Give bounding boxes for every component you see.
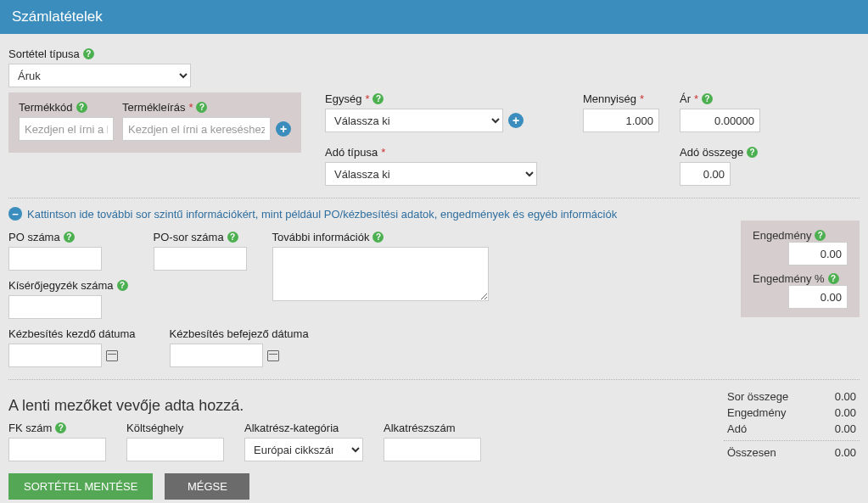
po-line-input[interactable] [154, 247, 247, 271]
grand-total-label: Összesen [727, 446, 776, 459]
price-input[interactable] [680, 109, 760, 132]
product-desc-label: Termékleírás [122, 101, 185, 114]
delivery-end-input[interactable] [170, 344, 263, 367]
tax-amount-label: Adó összege [680, 146, 743, 159]
discount-amount-label: Engedmény [753, 229, 811, 242]
po-line-label: PO-sor száma [154, 231, 224, 243]
line-type-field: Sortétel típusa Áruk [8, 48, 860, 87]
calendar-icon[interactable] [105, 349, 119, 362]
cost-center-input[interactable] [126, 438, 224, 461]
product-desc-input[interactable] [122, 117, 271, 141]
toggle-expand[interactable]: Kattintson ide további sor szintű inform… [8, 207, 860, 221]
help-icon[interactable] [828, 273, 839, 284]
po-number-input[interactable] [8, 247, 102, 271]
part-category-select[interactable]: Európai cikkszám [244, 438, 363, 461]
line-type-label: Sortétel típusa [8, 48, 80, 60]
help-icon[interactable] [55, 422, 66, 433]
qty-label: Mennyiség [583, 92, 636, 105]
totals-block: Sor összege 0.00 Engedmény 0.00 Adó 0.00… [724, 388, 860, 461]
more-info-textarea[interactable] [272, 247, 489, 301]
discount-percent-label: Engedmény % [753, 272, 825, 285]
toggle-text: Kattintson ide további sor szintű inform… [27, 208, 617, 221]
help-icon[interactable] [117, 280, 128, 291]
help-icon[interactable] [83, 48, 94, 59]
cancel-button[interactable]: MÉGSE [165, 473, 249, 500]
add-product-button[interactable] [276, 121, 291, 137]
part-number-input[interactable] [384, 438, 481, 461]
calendar-icon[interactable] [266, 349, 280, 362]
discount-amount-input[interactable] [788, 242, 848, 265]
discount-percent-input[interactable] [788, 285, 848, 309]
fk-number-label: FK szám [8, 422, 52, 434]
delivery-start-label: Kézbesítés kezdő dátuma [8, 327, 136, 340]
help-icon[interactable] [815, 230, 826, 241]
panel-title: Számlatételek [0, 0, 868, 34]
tax-amount-input[interactable] [680, 162, 731, 186]
line-type-select[interactable]: Áruk [8, 64, 191, 87]
add-unit-button[interactable] [508, 113, 524, 128]
tax-total-label: Adó [727, 422, 747, 435]
save-button[interactable]: SORTÉTEL MENTÉSE [8, 473, 153, 500]
top-row: Termékkód Termékleírás* [8, 87, 860, 186]
help-icon[interactable] [702, 93, 713, 104]
minus-icon [8, 207, 22, 221]
dispatch-input[interactable] [8, 295, 102, 319]
cost-center-label: Költséghely [126, 422, 183, 434]
separator [8, 379, 860, 380]
line-total-value: 0.00 [835, 390, 856, 403]
part-category-label: Alkatrész-kategória [244, 422, 339, 434]
dispatch-label: Kísérőjegyzék száma [8, 279, 114, 292]
help-icon[interactable] [372, 232, 384, 243]
line-total-label: Sor összege [727, 390, 788, 403]
discount-block: Engedmény Engedmény % [741, 221, 860, 317]
po-number-label: PO száma [8, 231, 60, 243]
panel-body: Sortétel típusa Áruk Termékkód [0, 34, 868, 503]
part-number-label: Alkatrészszám [384, 422, 456, 434]
unit-label: Egység [325, 92, 361, 105]
fk-number-input[interactable] [8, 438, 106, 461]
grand-total-value: 0.00 [835, 446, 856, 459]
help-icon[interactable] [196, 102, 207, 113]
tax-type-select[interactable]: Válassza ki [325, 162, 537, 186]
more-info-label: További információk [272, 231, 370, 243]
separator [8, 198, 860, 198]
tax-total-value: 0.00 [835, 422, 856, 435]
help-icon[interactable] [747, 147, 758, 158]
help-icon[interactable] [372, 93, 384, 104]
delivery-start-input[interactable] [8, 344, 102, 367]
qty-input[interactable] [583, 109, 659, 132]
product-code-input[interactable] [19, 117, 114, 141]
help-icon[interactable] [227, 232, 238, 243]
product-block: Termékkód Termékleírás* [8, 92, 301, 153]
help-icon[interactable] [76, 102, 87, 113]
unit-select[interactable]: Válassza ki [325, 109, 503, 132]
product-code-label: Termékkód [19, 101, 73, 114]
price-label: Ár [680, 92, 691, 105]
tax-type-label: Adó típusa [325, 146, 378, 159]
help-icon[interactable] [64, 232, 75, 243]
discount-total-label: Engedmény [727, 406, 786, 419]
invoice-items-panel: Számlatételek Sortétel típusa Áruk Termé… [0, 0, 868, 503]
discount-total-value: 0.00 [835, 406, 856, 419]
buyer-heading: A lenti mezőket vevője adta hozzá. [8, 397, 724, 415]
delivery-end-label: Kézbesítés befejező dátuma [170, 327, 309, 340]
